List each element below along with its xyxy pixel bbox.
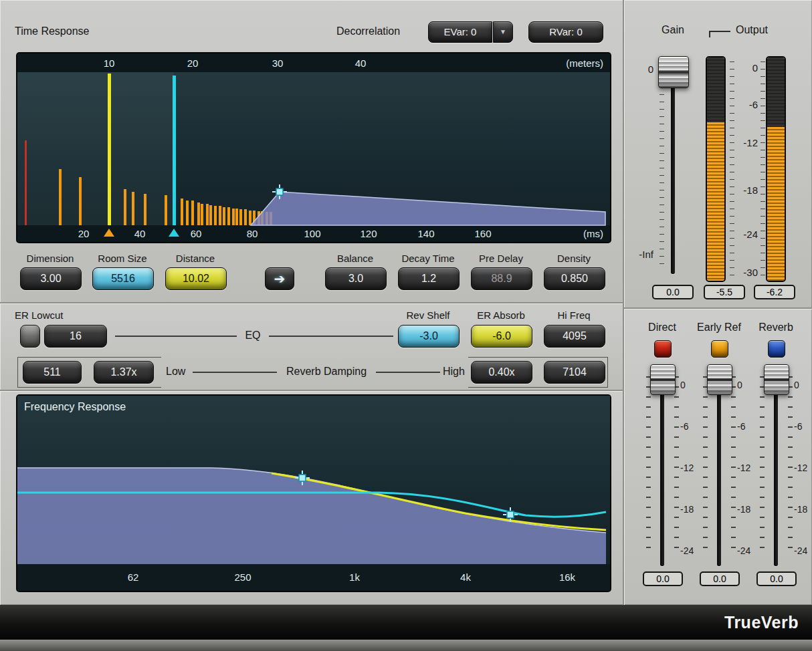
rev-shelf-value[interactable]: -3.0 (398, 325, 460, 348)
reverb-tick-marks (788, 376, 793, 551)
eq-panel: ER Lowcut 16 EQ Rev Shelf -3.0 ER Absorb… (0, 303, 624, 390)
reverb-readout[interactable]: 0.0 (756, 571, 797, 586)
direct-fader-track[interactable] (660, 370, 664, 566)
output-left-readout[interactable]: -5.5 (704, 285, 745, 299)
meter-tick-marks (760, 61, 765, 277)
eq-connector-line (115, 336, 237, 337)
reverb-scale: -18 (794, 504, 807, 515)
damp-high-freq-value[interactable]: 7104 (544, 361, 605, 384)
gain-label: Gain (656, 24, 690, 36)
gain-fader-knob[interactable] (658, 56, 689, 88)
meter-scale-30: -30 (731, 267, 758, 278)
damp-low-ratio-value[interactable]: 1.37x (94, 361, 154, 384)
room-size-value[interactable]: 5516 (92, 267, 154, 290)
dimension-value[interactable]: 3.00 (20, 267, 82, 290)
direct-scale: -18 (680, 504, 694, 515)
reverb-scale: -6 (794, 421, 802, 432)
output-label: Output (728, 24, 775, 36)
output-meter-right (767, 57, 785, 281)
early-ref-tick-marks (731, 376, 736, 551)
evar-dropdown-arrow-icon[interactable]: ▼ (493, 21, 513, 43)
distance-value[interactable]: 10.02 (165, 267, 227, 290)
reverb-fader-knob[interactable] (764, 364, 789, 395)
reverb-button[interactable] (768, 340, 785, 358)
link-arrow-button[interactable]: ➔ (265, 267, 294, 290)
early-ref-button[interactable] (711, 340, 728, 358)
early-ref-scale: -12 (737, 463, 750, 473)
brand-logo: TrueVerb (724, 613, 799, 632)
predelay-rev-triangle-marker[interactable] (169, 229, 179, 237)
time-response-title: Time Response (15, 25, 89, 37)
decay-time-value[interactable]: 1.2 (398, 267, 460, 290)
pre-delay-label: Pre Delay (471, 253, 531, 264)
er-lowcut-value[interactable]: 16 (44, 325, 107, 348)
early-ref-fader-track[interactable] (717, 370, 721, 566)
reverb-scale: -12 (794, 463, 807, 473)
decay-time-label: Decay Time (398, 253, 458, 264)
reverb-scale: -24 (794, 545, 807, 556)
distance-marker-bar[interactable] (173, 76, 176, 225)
time-response-overlay (17, 53, 610, 242)
direct-readout[interactable]: 0.0 (643, 571, 683, 586)
early-ref-scale: -18 (737, 504, 750, 515)
gain-scale-top: 0 (633, 63, 653, 75)
bottom-strip (0, 640, 812, 651)
evar-button[interactable]: EVar: 0 (428, 21, 492, 43)
rvar-button[interactable]: RVar: 0 (528, 21, 603, 43)
output-bracket-line (709, 31, 730, 37)
meter-scale-6: -6 (731, 99, 758, 110)
gain-readout[interactable]: 0.0 (652, 285, 694, 299)
balance-label: Balance (325, 253, 385, 264)
bottom-bar: TrueVerb (0, 605, 812, 640)
time-response-panel: Time Response Decorrelation EVar: 0 ▼ RV… (0, 0, 624, 303)
balance-value[interactable]: 3.0 (325, 267, 387, 290)
pre-delay-value[interactable]: 88.9 (471, 267, 532, 290)
gain-fader-track[interactable] (671, 61, 675, 274)
reverb-damping-title: Reverb Damping (280, 366, 373, 378)
direct-scale: -24 (680, 545, 694, 556)
frequency-response-title: Frequency Response (24, 401, 126, 413)
frequency-response-panel: 62 250 1k 4k 16k (0, 390, 624, 605)
early-ref-readout[interactable]: 0.0 (700, 571, 740, 586)
predelay-er-triangle-marker[interactable] (104, 229, 114, 237)
reverb-fader-track[interactable] (774, 370, 778, 566)
panel-divider (0, 390, 623, 391)
damp-high-ratio-value[interactable]: 0.40x (471, 361, 532, 384)
eq-connector-line (269, 336, 393, 337)
trueverb-plugin-window: Time Response Decorrelation EVar: 0 ▼ RV… (0, 0, 812, 651)
reverb-envelope[interactable] (251, 192, 605, 225)
direct-scale: -6 (680, 421, 688, 432)
reverb-label: Reverb (749, 321, 803, 334)
reverb-scale: 0 (794, 380, 799, 390)
room-size-marker-bar[interactable] (108, 74, 111, 225)
direct-scale: 0 (680, 380, 686, 390)
direct-button[interactable] (654, 340, 672, 358)
damping-response-area (17, 468, 606, 564)
reverb-tick-marks (760, 376, 765, 551)
master-panel: Gain Output 0 -Inf 0 -6 -12 -18 -24 -30 … (624, 0, 812, 308)
panel-divider (624, 307, 812, 309)
direct-fader-knob[interactable] (650, 364, 676, 395)
direct-tick-marks (674, 376, 679, 551)
eq-label: EQ (239, 330, 266, 342)
density-value[interactable]: 0.850 (544, 267, 605, 290)
time-response-graph: 10 20 30 40 (meters) 20 40 60 80 100 120… (17, 53, 610, 242)
early-ref-tick-marks (703, 376, 708, 551)
damp-low-freq-value[interactable]: 511 (23, 361, 82, 384)
early-ref-fader-knob[interactable] (707, 364, 732, 395)
er-absorb-value[interactable]: -6.0 (471, 325, 532, 348)
direct-label: Direct (635, 321, 689, 334)
panel-divider (623, 0, 624, 605)
density-label: Density (544, 253, 604, 264)
meter-tick-marks (730, 61, 734, 277)
mixer-panel: Direct Early Ref Reverb 0 -6 -12 -18 -24… (624, 308, 812, 605)
panel-divider (0, 302, 623, 303)
hi-freq-value[interactable]: 4095 (544, 325, 605, 348)
er-lowcut-toggle[interactable] (20, 325, 40, 348)
early-ref-scale: -6 (737, 421, 745, 432)
damping-low-label: Low (166, 366, 185, 378)
dimension-label: Dimension (20, 253, 80, 264)
direct-sound-marker (25, 140, 27, 225)
output-right-readout[interactable]: -6.2 (754, 285, 795, 299)
early-ref-scale: -24 (737, 545, 750, 556)
